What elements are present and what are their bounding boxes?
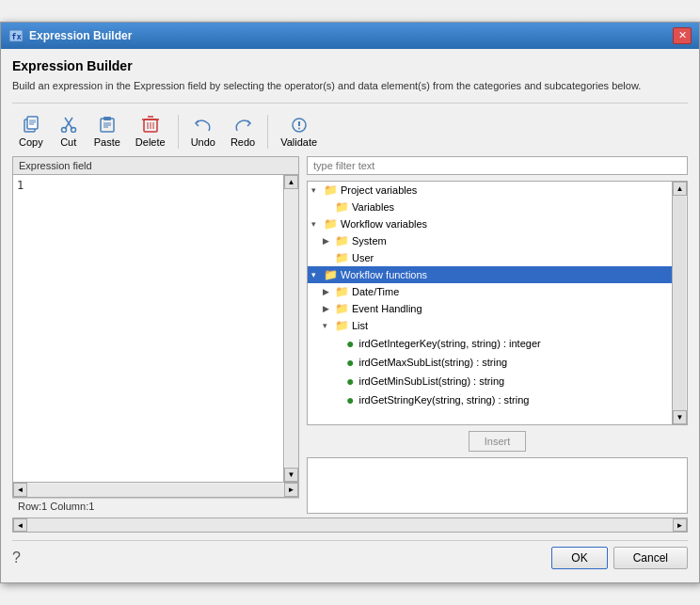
- expand-arrow: ▾: [311, 270, 321, 279]
- tree-label: Event Handling: [352, 303, 422, 314]
- bottom-scroll-left[interactable]: ◄: [13, 518, 27, 532]
- status-bar: Row:1 Column:1: [12, 498, 299, 514]
- tree-label: User: [352, 252, 374, 263]
- expression-content[interactable]: 1: [13, 175, 283, 482]
- paste-label: Paste: [94, 136, 120, 148]
- redo-icon: [233, 116, 252, 135]
- title-bar-left: fx Expression Builder: [8, 28, 132, 43]
- expand-arrow: ▾: [311, 185, 321, 195]
- bottom-bar: ? OK Cancel: [12, 540, 688, 573]
- expression-wrapper: 1: [13, 175, 283, 482]
- dialog-title: Expression Builder: [12, 58, 688, 73]
- tree-label: irdGetMaxSubList(string) : string: [358, 357, 507, 368]
- tree-label: Workflow functions: [341, 269, 427, 280]
- main-panels: Expression field 1 ▲ ▼: [12, 156, 688, 514]
- tree-item-project-vars[interactable]: ▾ 📁 Project variables: [308, 182, 672, 199]
- tree-item-eventhandling[interactable]: ▶ 📁 Event Handling: [308, 300, 672, 317]
- tree-item-func2[interactable]: ● irdGetMaxSubList(string) : string: [308, 353, 672, 372]
- cancel-button[interactable]: Cancel: [613, 547, 688, 569]
- ok-button[interactable]: OK: [551, 547, 607, 569]
- expand-arrow: ▾: [323, 321, 332, 330]
- tree-label: irdGetStringKey(string, string) : string: [358, 394, 529, 406]
- right-scroll-up-btn[interactable]: ▲: [673, 182, 687, 196]
- title-bar-text: Expression Builder: [29, 29, 132, 42]
- insert-button[interactable]: Insert: [469, 431, 527, 452]
- tree-item-workflow-vars[interactable]: ▾ 📁 Workflow variables: [308, 215, 672, 232]
- folder-icon: 📁: [335, 302, 349, 315]
- line-number: 1: [17, 179, 24, 192]
- tree-item-list[interactable]: ▾ 📁 List: [308, 317, 672, 334]
- undo-button[interactable]: Undo: [184, 113, 222, 151]
- redo-button[interactable]: Redo: [224, 113, 262, 151]
- folder-icon: 📁: [324, 268, 338, 281]
- scroll-left-btn[interactable]: ◄: [13, 483, 27, 497]
- bottom-scroll-right[interactable]: ►: [673, 518, 687, 532]
- expression-panel: Expression field 1 ▲ ▼: [12, 156, 299, 498]
- expand-arrow: ▶: [323, 287, 332, 296]
- validate-label: Validate: [280, 136, 317, 148]
- tree-label: irdGetIntegerKey(string, string) : integ…: [358, 338, 540, 349]
- help-icon[interactable]: ?: [12, 549, 21, 566]
- folder-icon: 📁: [324, 217, 338, 231]
- delete-label: Delete: [135, 136, 166, 148]
- scroll-right-btn[interactable]: ►: [284, 483, 298, 497]
- folder-icon: 📁: [335, 200, 349, 214]
- toolbar-separator: [178, 115, 179, 149]
- bottom-scroll-track: [27, 518, 673, 532]
- filter-input[interactable]: [307, 156, 688, 175]
- paste-button[interactable]: Paste: [88, 113, 127, 151]
- tree-item-func3[interactable]: ● irdGetMinSubList(string) : string: [308, 372, 672, 390]
- tree-item-variables[interactable]: 📁 Variables: [308, 199, 672, 215]
- tree-item-func4[interactable]: ● irdGetStringKey(string, string) : stri…: [308, 390, 672, 409]
- description-box: [307, 457, 688, 514]
- right-scroll-down-btn[interactable]: ▼: [673, 410, 687, 424]
- scroll-h-track: [27, 484, 284, 497]
- status-text: Row:1 Column:1: [18, 501, 94, 512]
- scroll-up-btn[interactable]: ▲: [284, 175, 298, 189]
- paste-icon: [98, 116, 117, 135]
- bottom-scrollbar[interactable]: ◄ ►: [12, 517, 688, 533]
- function-icon: ●: [346, 336, 354, 351]
- folder-icon: 📁: [335, 319, 349, 332]
- tree-label: List: [352, 320, 368, 331]
- expand-arrow: ▶: [323, 236, 332, 246]
- copy-button[interactable]: Copy: [12, 113, 50, 151]
- tree-item-func1[interactable]: ● irdGetIntegerKey(string, string) : int…: [308, 334, 672, 353]
- tree-label: Variables: [352, 201, 394, 213]
- folder-icon: 📁: [335, 285, 349, 298]
- validate-button[interactable]: Validate: [274, 113, 324, 151]
- cut-button[interactable]: Cut: [52, 113, 86, 151]
- svg-point-10: [71, 128, 75, 133]
- close-button[interactable]: ✕: [673, 27, 692, 44]
- horizontal-scrollbar[interactable]: ◄ ►: [13, 482, 298, 497]
- tree-item-system[interactable]: ▶ 📁 System: [308, 232, 672, 249]
- vertical-scrollbar[interactable]: ▲ ▼: [283, 175, 298, 482]
- scroll-down-btn[interactable]: ▼: [284, 468, 298, 482]
- delete-button[interactable]: Delete: [129, 113, 172, 151]
- right-panel-scrollbar[interactable]: ▲ ▼: [672, 182, 687, 424]
- redo-label: Redo: [231, 136, 255, 148]
- toolbar-separator-2: [267, 115, 268, 149]
- expand-arrow: ▶: [323, 304, 332, 313]
- tree-label: Project variables: [341, 184, 417, 196]
- tree-item-datetime[interactable]: ▶ 📁 Date/Time: [308, 283, 672, 300]
- undo-label: Undo: [191, 136, 215, 148]
- right-scroll-track: [673, 196, 686, 410]
- function-icon: ●: [346, 374, 354, 389]
- app-icon: fx: [8, 28, 24, 43]
- content-area: Expression Builder Build an expression i…: [1, 49, 699, 582]
- toolbar: Copy Cut: [12, 109, 688, 156]
- scroll-track: [285, 189, 298, 468]
- copy-icon: [22, 116, 40, 135]
- bottom-buttons: OK Cancel: [551, 547, 688, 569]
- title-bar: fx Expression Builder ✕: [1, 23, 699, 49]
- folder-icon: 📁: [324, 183, 338, 197]
- expand-arrow: ▾: [311, 219, 321, 229]
- right-panel: ▾ 📁 Project variables 📁 Variables ▾ 📁: [307, 156, 688, 514]
- tree-item-user[interactable]: 📁 User: [308, 249, 672, 266]
- folder-icon: 📁: [335, 234, 349, 247]
- tree-item-workflow-funcs[interactable]: ▾ 📁 Workflow functions: [308, 266, 672, 283]
- left-inner: Expression field 1 ▲ ▼: [12, 156, 299, 498]
- insert-area: Insert: [307, 431, 688, 452]
- left-wrapper: Expression field 1 ▲ ▼: [12, 156, 299, 514]
